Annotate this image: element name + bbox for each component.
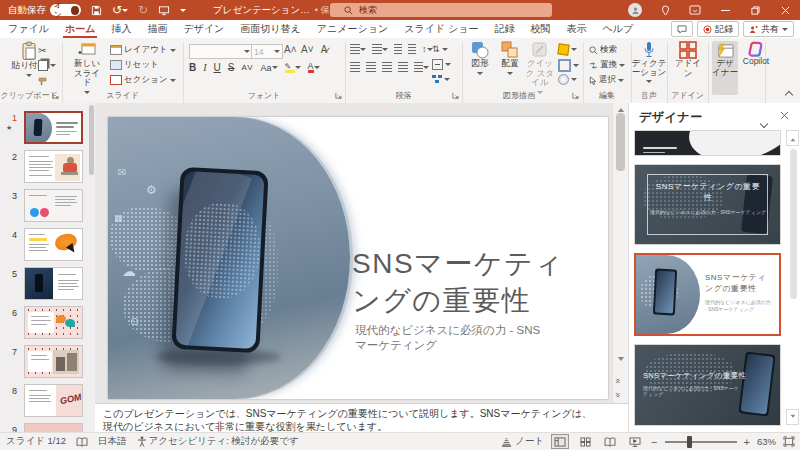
clear-format-button[interactable]: A̷ — [318, 44, 330, 55]
shape-effects-button[interactable] — [558, 74, 577, 85]
zoom-level[interactable]: 63% — [757, 436, 776, 447]
ribbon-display-options-icon[interactable] — [680, 0, 710, 20]
close-button[interactable] — [770, 0, 800, 20]
notes-toggle-button[interactable]: ノート — [501, 435, 544, 448]
increase-indent-button[interactable] — [408, 44, 416, 54]
fit-to-window-button[interactable] — [783, 436, 795, 447]
paragraph-dialog-launcher[interactable] — [452, 92, 460, 100]
slide-scrollbar-thumb[interactable] — [616, 113, 625, 171]
shape-outline-button[interactable] — [558, 59, 579, 72]
highlight-color-button[interactable]: ✎ — [285, 62, 301, 73]
align-right-button[interactable] — [382, 62, 392, 72]
slide-sorter-view-button[interactable] — [576, 434, 594, 449]
accessibility-icon[interactable] — [137, 436, 147, 447]
slide-1-thumbnail[interactable] — [24, 111, 83, 144]
char-spacing-button[interactable]: AV — [241, 63, 253, 72]
normal-view-button[interactable] — [551, 434, 569, 449]
accessibility-status[interactable]: アクセシビリティ: 検討が必要です — [149, 435, 299, 448]
clipboard-dialog-launcher[interactable] — [52, 92, 60, 100]
replace-button[interactable]: 置換 — [589, 59, 625, 71]
copy-button[interactable] — [38, 60, 56, 71]
thumbnail-row-8[interactable]: 8 GOM — [0, 384, 95, 421]
bullets-button[interactable] — [350, 44, 366, 54]
arrange-button[interactable]: 配置 — [496, 41, 524, 78]
pin-icon[interactable] — [650, 0, 680, 20]
tab-transitions[interactable]: 画面切り替え — [232, 20, 308, 38]
minimize-button[interactable] — [710, 0, 740, 20]
zoom-slider[interactable] — [665, 441, 737, 443]
document-title[interactable]: プレゼンテーション… — [213, 4, 310, 17]
zoom-in-button[interactable]: + — [744, 436, 750, 448]
shapes-button[interactable]: 図形 — [466, 41, 494, 78]
slide-title[interactable]: SNSマーケティ ングの重要性 — [352, 245, 602, 319]
justify-button[interactable] — [398, 62, 408, 72]
comments-button[interactable] — [671, 21, 693, 37]
qat-more-icon[interactable] — [180, 9, 186, 15]
redo-button[interactable]: ↻ — [138, 4, 148, 16]
start-slideshow-icon[interactable] — [158, 5, 170, 16]
columns-button[interactable] — [414, 62, 429, 72]
notes-text[interactable]: このプレゼンテーションでは、SNSマーケティングの重要性について説明します。SN… — [103, 408, 601, 432]
select-button[interactable]: 選択 — [589, 74, 624, 86]
share-button[interactable]: 共有 — [743, 21, 794, 37]
tab-file[interactable]: ファイル — [0, 20, 57, 38]
convert-smartart-button[interactable] — [432, 74, 450, 84]
undo-button[interactable]: ↺ — [112, 4, 128, 16]
scroll-down-icon[interactable] — [617, 356, 625, 365]
design-variant-2[interactable]: SNSマーケティングの重要性 現代的なビジネスに必須の力 - SNSマーケティン… — [634, 164, 781, 245]
autosave-toggle[interactable]: オン — [50, 4, 81, 16]
tab-insert[interactable]: 挿入 — [103, 20, 139, 38]
thumbnail-row-7[interactable]: 7 — [0, 345, 95, 382]
addins-button[interactable]: アドイン — [672, 41, 704, 78]
decrease-font-button[interactable]: A˅ — [301, 44, 313, 55]
increase-font-button[interactable]: A˄ — [284, 44, 296, 55]
font-size-combo[interactable]: 14 — [251, 44, 283, 59]
italic-button[interactable]: I — [203, 62, 206, 73]
decrease-indent-button[interactable] — [394, 44, 402, 54]
thumbnail-row-4[interactable]: 4 — [0, 228, 95, 265]
slide-8-thumbnail[interactable]: GOM — [24, 384, 83, 417]
tab-record[interactable]: 記録 — [486, 20, 522, 38]
designer-scroll-up-button[interactable] — [786, 130, 799, 146]
slide-subtitle[interactable]: 現代的なビジネスに必須の力 - SNS マーケティング — [355, 323, 587, 353]
thumbnail-row-3[interactable]: 3 — [0, 189, 95, 226]
notes-pane[interactable]: このプレゼンテーションでは、SNSマーケティングの重要性について説明します。SN… — [95, 403, 628, 432]
language-indicator[interactable]: 日本語 — [98, 435, 127, 448]
zoom-out-button[interactable]: − — [651, 436, 657, 448]
designer-close-icon[interactable] — [780, 111, 789, 120]
dictate-button[interactable]: ディクテーション — [634, 41, 664, 86]
tab-draw[interactable]: 描画 — [139, 20, 175, 38]
cut-button[interactable]: ✂ — [38, 45, 46, 56]
align-text-button[interactable] — [432, 59, 451, 70]
format-painter-button[interactable] — [38, 76, 48, 86]
align-left-button[interactable] — [350, 62, 360, 72]
reading-view-button[interactable] — [601, 434, 619, 449]
slide-indicator[interactable]: スライド 1/12 — [6, 435, 66, 448]
tab-review[interactable]: 校閲 — [522, 20, 558, 38]
maximize-button[interactable] — [740, 0, 770, 20]
thumbnail-row-1[interactable]: 1 ★ — [0, 111, 95, 148]
design-variant-1[interactable] — [634, 130, 781, 156]
text-direction-button[interactable]: ⇅ — [432, 44, 448, 54]
copilot-button[interactable]: Copilot — [740, 41, 772, 67]
record-button[interactable]: 記録 — [697, 21, 739, 37]
line-spacing-button[interactable]: ↕ — [422, 44, 433, 54]
strikethrough-button[interactable]: S — [228, 62, 235, 73]
tab-animations[interactable]: アニメーション — [309, 20, 396, 38]
slide-9-thumbnail[interactable] — [24, 423, 83, 432]
designer-button[interactable]: デザイナー — [712, 41, 738, 95]
slideshow-view-button[interactable] — [626, 434, 644, 449]
reset-button[interactable]: リセット — [110, 59, 159, 71]
slide-2-thumbnail[interactable] — [24, 150, 83, 183]
spellcheck-icon[interactable] — [76, 437, 88, 447]
shape-fill-button[interactable] — [558, 44, 577, 55]
new-slide-button[interactable]: 新しいスライド — [68, 41, 106, 97]
find-button[interactable]: 検索 — [589, 44, 617, 56]
slide-6-thumbnail[interactable] — [24, 306, 83, 339]
collapse-ribbon-button[interactable] — [786, 90, 792, 100]
design-variant-3-selected[interactable]: SNSマーケティ ングの重要性 現代的なビジネスに必須の力 - SNSマーケティ… — [634, 253, 781, 336]
font-name-combo[interactable] — [189, 44, 253, 59]
tab-home[interactable]: ホーム — [57, 20, 103, 38]
slide-4-thumbnail[interactable] — [24, 228, 83, 261]
scroll-up-icon[interactable] — [617, 104, 625, 113]
